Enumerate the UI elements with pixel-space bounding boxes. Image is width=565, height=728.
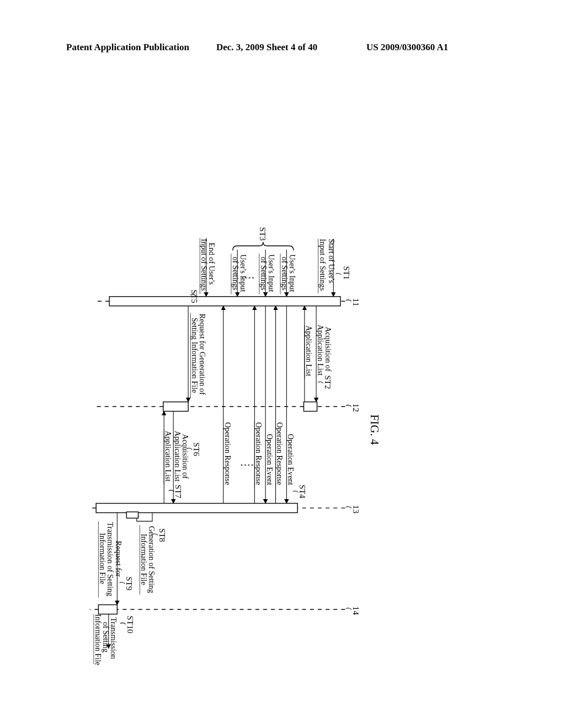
label-user-input-3: User's Input of Settings [231,254,248,294]
label-acq-app-12: Acquisition of Application List [316,325,333,376]
activation-13 [96,504,297,513]
label-end-input: End of User's Input of Settings [200,239,216,291]
figure-title: FIG. 4 [368,414,381,445]
label-op-resp-2: Operation Response [254,422,263,485]
step-st7: ST7 [174,485,183,499]
activation-11 [109,297,340,306]
label-op-event-1: Operation Event [286,434,295,485]
step-st10: ST10 [126,615,135,633]
step-st1: ST1 [342,266,351,280]
activation-14 [98,605,117,614]
label-app-list-13: Application List [164,431,173,481]
step-st3: ST3 [258,227,267,241]
lane-label-12: 12 [351,404,361,413]
step-st9: ST9 [125,577,134,591]
activation-12-a [303,402,317,411]
sequence-diagram: FIG. 4 11 12 13 14 ST1 Start [88,78,510,674]
label-acq-app-13: Acquisition of Application List [173,431,190,481]
lane-11: 11 [346,298,361,307]
label-op-event-2: Operation Event [265,434,274,485]
lane-14: 14 [346,606,361,615]
label-req-gen: Request for Generation of Setting Inform… [190,314,207,397]
header-right: US 2009/0300360 A1 [366,42,448,53]
label-user-input-1: User's Input of Settings [280,254,297,294]
step-st2: ST2 [323,376,332,389]
label-app-list-12: Application List [305,325,313,376]
lane-label-13: 13 [351,505,361,513]
label-req-trans: Request for Transmission of Setting Info… [98,522,122,598]
lane-12: 12 [346,404,361,413]
lane-label-14: 14 [351,606,361,615]
step-st4: ST4 [298,485,307,499]
label-op-resp-1: Operation Response [275,422,284,485]
activation-13-self [126,512,138,518]
label-trans-setting: Transmission of Setting Information File [94,614,118,666]
label-gen-setting: Generation of Setting Information File [140,526,156,595]
step-st6: ST6 [192,442,201,456]
header-mid: Dec. 3, 2009 Sheet 4 of 40 [216,42,317,53]
header-left: Patent Application Publication [66,42,189,53]
lane-13: 13 [346,505,361,513]
step-st8: ST8 [158,528,167,542]
step-st5: ST5 [190,290,199,303]
label-user-input-2: User's Input of Settings [259,254,276,294]
label-op-resp-3: Operation Response [223,422,232,485]
activation-12-b [163,402,188,411]
figure-container: FIG. 4 11 12 13 14 ST1 Start [88,78,510,674]
lane-label-11: 11 [351,298,361,307]
